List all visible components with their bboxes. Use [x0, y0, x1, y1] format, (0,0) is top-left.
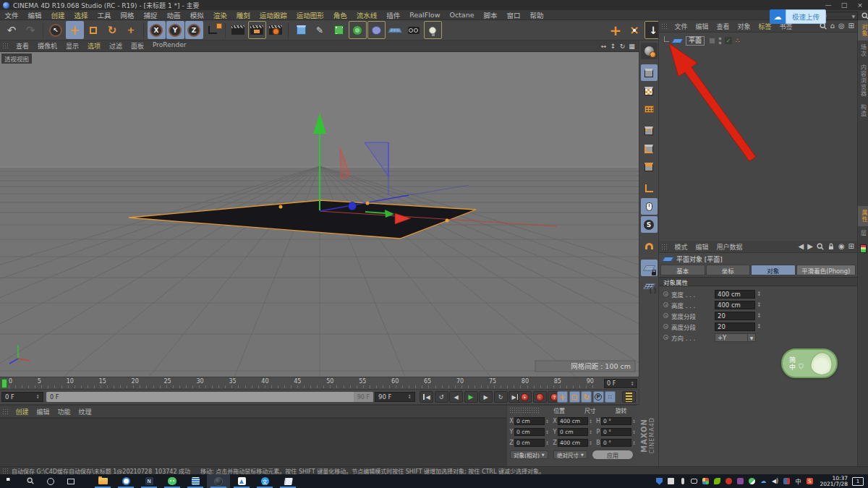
subdivision-surface-icon[interactable]: [330, 21, 348, 39]
attribute-manager-menu-item[interactable]: 模式: [671, 242, 692, 252]
search-icon[interactable]: [861, 12, 868, 20]
baidu-netdisk-taskbar-icon[interactable]: [230, 474, 253, 488]
attribute-tab[interactable]: 平滑着色(Phong): [796, 265, 856, 275]
coordinate-input[interactable]: 400 cm: [558, 417, 588, 425]
attribute-value-field[interactable]: +Y: [715, 333, 748, 342]
menu-item[interactable]: Octane: [445, 11, 479, 19]
move-tool-icon[interactable]: +: [66, 21, 84, 39]
cinema4d-taskbar-icon[interactable]: [207, 474, 230, 488]
nvidia-icon[interactable]: [712, 474, 723, 488]
panel-grip-icon[interactable]: [661, 23, 667, 30]
render-picture-viewer-icon[interactable]: [248, 21, 266, 39]
panel-grip-icon[interactable]: [2, 43, 8, 49]
playhead-marker[interactable]: [1, 379, 7, 388]
viewport-menu-item[interactable]: 查看: [12, 41, 33, 51]
screenshot-tool-icon[interactable]: [665, 474, 677, 488]
next-frame-button[interactable]: ▶: [479, 391, 493, 403]
history-back-icon[interactable]: ◀: [798, 243, 804, 250]
view-label[interactable]: 透视视图: [1, 53, 32, 64]
enable-snap-icon[interactable]: [641, 238, 658, 254]
scale-tool-icon[interactable]: [85, 21, 103, 39]
frame-range-slider[interactable]: 0 F 90 F: [46, 392, 373, 402]
taskbar-clock[interactable]: 10:372021/7/28: [816, 476, 852, 487]
material-list-area[interactable]: [0, 418, 506, 467]
wechat-icon[interactable]: [161, 474, 184, 488]
spinner-icon[interactable]: ↕: [589, 429, 592, 435]
menu-item[interactable]: 渲染: [208, 10, 231, 20]
expand-icon[interactable]: ⊞: [848, 22, 854, 30]
viewport-menu-item[interactable]: 面板: [127, 41, 148, 51]
task-view-icon[interactable]: [61, 474, 81, 488]
object-row-plane[interactable]: 平面 ✓ ∴: [663, 35, 857, 46]
menu-item[interactable]: 工具: [93, 10, 116, 20]
side-tab-structure[interactable]: 构造: [859, 100, 867, 121]
key-pla-toggle[interactable]: ∷: [605, 391, 616, 403]
object-manager-menu-item[interactable]: 编辑: [692, 22, 712, 31]
attribute-value-field[interactable]: 400 cm: [715, 301, 755, 309]
spinner-icon[interactable]: ↕: [545, 419, 549, 424]
start-button[interactable]: [0, 474, 20, 488]
key-scale-toggle[interactable]: [569, 391, 580, 403]
menu-item[interactable]: 雕刻: [231, 10, 255, 20]
goto-start-button[interactable]: ◀: [420, 391, 433, 403]
spinner-icon[interactable]: ↕: [632, 440, 636, 445]
edges-mode-icon[interactable]: [641, 140, 658, 157]
viewport-solo-icon[interactable]: [641, 198, 658, 215]
pan-view-icon[interactable]: ↔: [600, 43, 608, 50]
maximize-button[interactable]: □: [836, 0, 852, 10]
coordinate-input[interactable]: 0 cm: [514, 439, 545, 447]
menu-item[interactable]: 动画: [162, 10, 185, 20]
reader-app-icon[interactable]: [276, 474, 299, 488]
spinner-icon[interactable]: ↕: [545, 440, 549, 445]
display-cast-icon[interactable]: [689, 474, 700, 488]
notification-center-icon[interactable]: 1: [852, 477, 864, 486]
layer-palette-icon[interactable]: [860, 244, 867, 253]
volume-icon[interactable]: ◀): [770, 474, 781, 488]
spinner-icon[interactable]: ↕: [632, 419, 636, 424]
ime-mode-icon[interactable]: 中: [793, 474, 804, 488]
security-shield-icon[interactable]: [654, 474, 665, 488]
record-keyframe-button[interactable]: •: [518, 391, 532, 403]
render-settings-icon[interactable]: [267, 21, 285, 39]
lock-x-axis-icon[interactable]: X: [148, 21, 166, 39]
loop-button[interactable]: ↻: [494, 391, 508, 403]
center-axis-icon[interactable]: ×: [626, 21, 644, 39]
dolly-view-icon[interactable]: ↕: [609, 43, 617, 50]
viewport-menu-item[interactable]: 选项: [83, 41, 105, 51]
lock-z-axis-icon[interactable]: Z: [185, 21, 203, 39]
menu-item[interactable]: 运动图形: [292, 10, 328, 20]
target-icon[interactable]: ◉: [838, 243, 845, 250]
coordinate-input[interactable]: 0 °: [601, 417, 631, 425]
attribute-tab[interactable]: 基本: [660, 265, 705, 275]
object-manager-menu-item[interactable]: 查看: [712, 22, 733, 31]
minimize-button[interactable]: —: [820, 0, 836, 10]
spinner-icon[interactable]: ↕: [589, 419, 592, 424]
document-app-icon[interactable]: [184, 474, 207, 488]
previous-frame-button[interactable]: ◀: [449, 391, 463, 403]
history-forward-icon[interactable]: ▶: [807, 243, 813, 250]
viewport-menu-item[interactable]: 摄像机: [33, 41, 61, 51]
menu-item[interactable]: 角色: [328, 10, 352, 20]
spinner-icon[interactable]: ↕: [757, 291, 762, 297]
eye-filter-icon[interactable]: ◎: [838, 22, 845, 30]
attribute-value-field[interactable]: 20: [715, 312, 755, 320]
cloud-sync-icon[interactable]: ☁: [758, 474, 770, 488]
menu-item[interactable]: 脚本: [479, 10, 502, 20]
coordinate-mode-dropdown[interactable]: 对象(相对)▼: [510, 450, 548, 459]
coordinate-input[interactable]: 400 cm: [558, 439, 588, 447]
layer-chip-icon[interactable]: [709, 38, 715, 44]
texture-mode-icon[interactable]: [641, 82, 658, 99]
coordinate-input[interactable]: 0 cm: [514, 417, 545, 425]
menu-item[interactable]: 运动跟踪: [255, 10, 292, 20]
coordinate-system-icon[interactable]: [204, 21, 222, 39]
expand-icon[interactable]: ⊞: [848, 243, 854, 250]
menu-item[interactable]: 网格: [116, 10, 139, 20]
menu-item[interactable]: 捕捉: [139, 10, 162, 20]
size-mode-dropdown[interactable]: 绝对尺寸▼: [553, 450, 587, 459]
attribute-manager-menu-item[interactable]: 编辑: [692, 242, 712, 252]
key-position-toggle[interactable]: +: [557, 391, 568, 403]
attribute-tab[interactable]: 坐标: [706, 265, 751, 275]
side-tab-layers[interactable]: 层: [859, 226, 867, 240]
light-icon[interactable]: [424, 21, 442, 39]
workplane-mode-icon[interactable]: ( ): [641, 278, 658, 294]
